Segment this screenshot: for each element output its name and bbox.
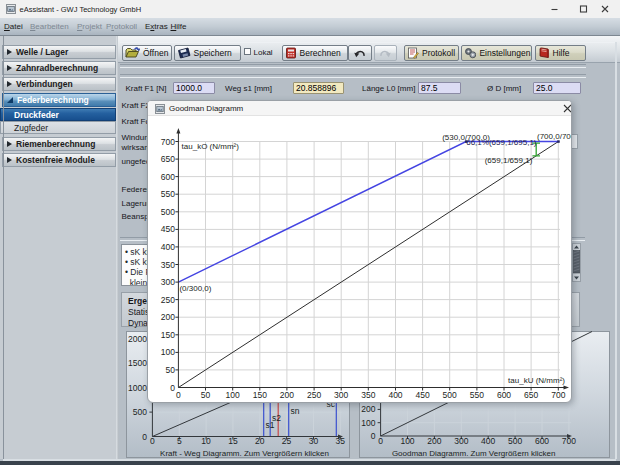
- svg-text:300: 300: [161, 277, 175, 287]
- svg-text:600: 600: [161, 172, 175, 182]
- svg-text:350: 350: [361, 390, 375, 400]
- svg-text:700: 700: [161, 137, 175, 147]
- svg-text:0: 0: [170, 383, 175, 393]
- svg-text:20: 20: [255, 436, 265, 446]
- svg-text:300: 300: [454, 436, 468, 446]
- svg-text:66,1%(659,1/695,1): 66,1%(659,1/695,1): [466, 138, 537, 147]
- svg-text:200: 200: [280, 390, 294, 400]
- svg-text:100: 100: [400, 436, 414, 446]
- svg-text:700: 700: [551, 390, 565, 400]
- svg-text:0: 0: [142, 432, 147, 442]
- svg-text:(700,0/700,0): (700,0/700,0): [537, 132, 571, 141]
- svg-text:500: 500: [508, 436, 522, 446]
- svg-text:2000: 2000: [128, 334, 147, 344]
- svg-text:100: 100: [161, 347, 175, 357]
- svg-text:tau_kO (N/mm²): tau_kO (N/mm²): [182, 142, 240, 151]
- svg-text:tau_kU (N/mm²): tau_kU (N/mm²): [508, 376, 565, 385]
- svg-text:30: 30: [309, 436, 319, 446]
- svg-text:450: 450: [161, 224, 175, 234]
- svg-text:200: 200: [161, 312, 175, 322]
- svg-text:150: 150: [253, 390, 267, 400]
- svg-text:0: 0: [176, 390, 181, 400]
- svg-text:25: 25: [282, 436, 292, 446]
- svg-text:100: 100: [361, 418, 375, 428]
- svg-text:350: 350: [161, 260, 175, 270]
- svg-text:s2: s2: [272, 413, 281, 423]
- svg-text:(0/300,0): (0/300,0): [179, 284, 211, 293]
- svg-text:700: 700: [561, 436, 575, 446]
- svg-text:200: 200: [427, 436, 441, 446]
- svg-text:600: 600: [497, 390, 511, 400]
- svg-text:0: 0: [370, 431, 375, 441]
- svg-text:5: 5: [177, 436, 182, 446]
- svg-text:(659,1/659,1): (659,1/659,1): [485, 156, 533, 165]
- svg-text:500: 500: [161, 207, 175, 217]
- svg-text:300: 300: [334, 390, 348, 400]
- svg-text:650: 650: [524, 390, 538, 400]
- svg-text:0: 0: [378, 436, 383, 446]
- svg-text:650: 650: [161, 154, 175, 164]
- svg-text:400: 400: [161, 242, 175, 252]
- svg-text:150: 150: [161, 330, 175, 340]
- svg-text:550: 550: [161, 189, 175, 199]
- svg-text:sn: sn: [291, 406, 300, 416]
- svg-text:600: 600: [534, 436, 548, 446]
- svg-text:200: 200: [361, 404, 375, 414]
- svg-text:1000: 1000: [128, 383, 147, 393]
- svg-text:100: 100: [226, 390, 240, 400]
- svg-text:10: 10: [201, 436, 211, 446]
- svg-text:35: 35: [336, 436, 346, 446]
- svg-text:0: 0: [150, 436, 155, 446]
- svg-text:1500: 1500: [128, 358, 147, 368]
- svg-text:250: 250: [307, 390, 321, 400]
- svg-text:400: 400: [481, 436, 495, 446]
- svg-text:500: 500: [443, 390, 457, 400]
- svg-text:550: 550: [470, 390, 484, 400]
- svg-text:50: 50: [201, 390, 211, 400]
- svg-text:250: 250: [161, 295, 175, 305]
- svg-text:400: 400: [388, 390, 402, 400]
- svg-text:15: 15: [228, 436, 238, 446]
- svg-text:Goodman Diagramm. Zum Vergröße: Goodman Diagramm. Zum Vergrößern klicken: [391, 449, 555, 458]
- svg-text:500: 500: [133, 407, 147, 417]
- svg-text:Kraft - Weg Diagramm. Zum Verg: Kraft - Weg Diagramm. Zum Vergrößern kli…: [160, 449, 329, 458]
- svg-text:450: 450: [416, 390, 430, 400]
- svg-text:50: 50: [165, 365, 175, 375]
